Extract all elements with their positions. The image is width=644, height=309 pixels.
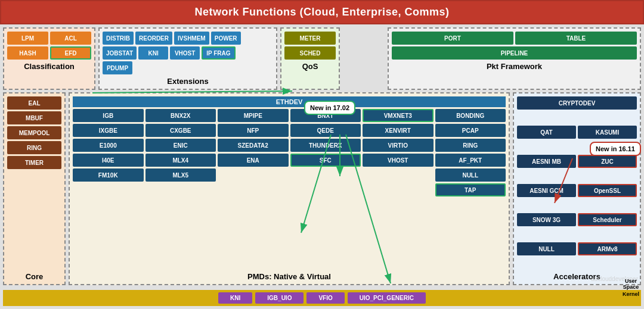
box-meter: METER (284, 32, 336, 45)
box-armv8: ARMv8 (578, 242, 637, 255)
box-pcap: PCAP (435, 124, 506, 137)
header-title: Network Functions (Cloud, Enterprise, Co… (194, 6, 449, 18)
box-ring: RING (7, 141, 61, 154)
box-e1000: E1000 (73, 139, 144, 152)
pmds-col6: BONDING PCAP RING AF_PKT NULL TAP (435, 109, 506, 270)
box-power: POWER (211, 32, 241, 45)
box-uio-pci-generic: UIO_PCI_GENERIC (348, 292, 426, 304)
classif-grid: LPM ACL HASH EFD (7, 32, 91, 60)
pmds-col3: MPIPE NFP SZEDATA2 ENA (218, 109, 289, 270)
box-sched: SCHED (284, 46, 336, 60)
pmds-col1: IGB IXGBE E1000 I40E FM10K (73, 109, 144, 270)
callout-spacer (343, 27, 385, 90)
core-label: Core (7, 272, 61, 281)
box-vhost-pmd: VHOST (363, 154, 434, 167)
box-ring-pmd: RING (435, 139, 506, 152)
box-mlx4: MLX4 (145, 154, 216, 167)
box-thunderx: THUNDERX (290, 139, 361, 152)
box-vhost: VHOST (170, 46, 200, 60)
pmds-section: ETHDEV IGB IXGBE E1000 I40E FM10K BNX2X … (69, 92, 510, 285)
box-enic: ENIC (145, 139, 216, 152)
classification-label: Classification (7, 62, 91, 71)
box-aesni-gcm: AESNI GCM (517, 184, 576, 197)
box-mpipe: MPIPE (218, 109, 289, 122)
extensions-label: Extensions (103, 77, 273, 86)
top-sections: LPM ACL HASH EFD Classification DISTRIB … (3, 27, 641, 90)
ext-row2: JOBSTAT KNI VHOST IP FRAG (103, 46, 273, 60)
main-container: Network Functions (Cloud, Enterprise, Co… (0, 0, 644, 309)
box-table: TABLE (515, 32, 637, 45)
box-nfp: NFP (218, 124, 289, 137)
box-vmxnet3: VMXNET3 (363, 109, 434, 122)
core-section: EAL MBUF MEMPOOL RING TIMER Core (3, 92, 66, 285)
box-null: NULL (435, 168, 506, 182)
qos-section: METER SCHED QoS (280, 27, 340, 90)
box-kni: KNI (138, 46, 168, 60)
box-acl: ACL (50, 32, 91, 45)
accelerators-section: CRYPTODEV QAT KASUMI AESNI MB ZUC AESNI … (513, 92, 641, 285)
box-afpkt: AF_PKT (435, 154, 506, 167)
box-bnx2x: BNX2X (145, 109, 216, 122)
box-eal: EAL (7, 96, 61, 110)
kernel-label: Kernel (623, 291, 639, 297)
box-openssl: OpenSSL (578, 184, 637, 197)
box-ivshmem: IVSHMEM (174, 32, 209, 45)
box-sfc: SFC (290, 154, 361, 167)
overall-wrapper: New in 17.02 New in 16.11 LPM ACL HASH E… (0, 24, 644, 309)
box-igb-uio: IGB_UIO (255, 292, 304, 304)
box-qat: QAT (517, 126, 576, 139)
box-port: PORT (392, 32, 513, 45)
box-tap: TAP (435, 183, 506, 196)
box-mlx5: MLX5 (145, 168, 216, 182)
box-pipeline: PIPELINE (392, 46, 637, 60)
box-distrib: DISTRIB (103, 32, 134, 45)
box-jobstat: JOBSTAT (103, 46, 137, 60)
header-bar: Network Functions (Cloud, Enterprise, Co… (0, 0, 644, 24)
box-mempool: MEMPOOL (7, 126, 61, 139)
box-kni-kernel: KNI (218, 292, 252, 304)
user-space-kernel-labels: UserSpace Kernel (623, 278, 639, 297)
box-aesni-mb: AESNI MB (517, 155, 576, 168)
box-cxgbe: CXGBE (145, 124, 216, 137)
extensions-section: DISTRIB REORDER IVSHMEM POWER JOBSTAT KN… (98, 27, 277, 90)
user-space-label: UserSpace (623, 278, 639, 290)
box-kasumi: KASUMI (578, 126, 637, 139)
core-grid: EAL MBUF MEMPOOL RING TIMER (7, 96, 61, 270)
box-fm10k: FM10K (73, 168, 144, 182)
box-reorder: REORDER (135, 32, 172, 45)
pmds-col4: BNXT QEDE THUNDERX SFC (290, 109, 361, 270)
pkt-grid: PORT TABLE PIPELINE (392, 32, 637, 60)
ext-row1: DISTRIB REORDER IVSHMEM POWER (103, 32, 273, 45)
box-ixgbe: IXGBE (73, 124, 144, 137)
box-zuc: ZUC (578, 155, 637, 168)
pmds-col5: VMXNET3 XENVIRT VIRTIO VHOST (363, 109, 434, 270)
classification-section: LPM ACL HASH EFD Classification (3, 27, 95, 90)
box-scheduler: Scheduler (578, 213, 637, 226)
bottom-sections: EAL MBUF MEMPOOL RING TIMER Core ETHDEV … (3, 92, 641, 285)
box-xenvirt: XENVIRT (363, 124, 434, 137)
box-null-accel: NULL (517, 242, 576, 255)
box-vfio: VFIO (306, 292, 344, 304)
accel-grid: CRYPTODEV QAT KASUMI AESNI MB ZUC AESNI … (517, 96, 637, 270)
pmds-grid: IGB IXGBE E1000 I40E FM10K BNX2X CXGBE E… (73, 109, 506, 270)
box-ena: ENA (218, 154, 289, 167)
box-mbuf: MBUF (7, 111, 61, 124)
qos-grid: METER SCHED (284, 32, 336, 60)
pmds-col2: BNX2X CXGBE ENIC MLX4 MLX5 (145, 109, 216, 270)
box-timer: TIMER (7, 156, 61, 169)
box-pdump: PDUMP (103, 61, 132, 74)
pmds-label: PMDs: Native & Virtual (73, 272, 506, 281)
new-1702-callout: New in 17.02 (304, 101, 355, 115)
pkt-label: Pkt Framework (392, 62, 637, 71)
box-bonding: BONDING (435, 109, 506, 122)
pkt-framework-section: PORT TABLE PIPELINE Pkt Framework (388, 27, 641, 90)
box-igb: IGB (73, 109, 144, 122)
box-qede: QEDE (290, 124, 361, 137)
ext-row3: PDUMP (103, 61, 273, 74)
box-cryptodev: CRYPTODEV (517, 96, 637, 110)
qos-label: QoS (284, 62, 336, 71)
box-i40e: I40E (73, 154, 144, 167)
box-ipfrag: IP FRAG (202, 46, 235, 60)
box-hash: HASH (7, 46, 48, 60)
box-efd: EFD (50, 46, 91, 60)
